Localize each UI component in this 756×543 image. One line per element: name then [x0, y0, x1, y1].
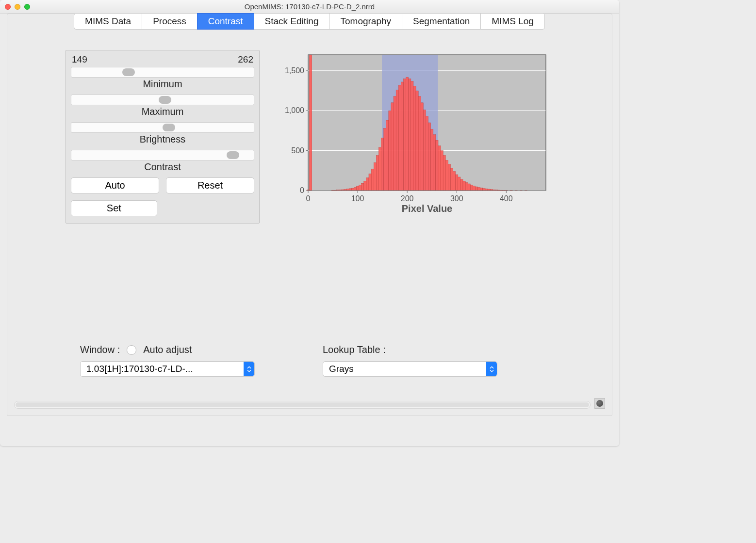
tab-segmentation[interactable]: Segmentation — [402, 13, 481, 30]
svg-rect-70 — [485, 189, 488, 191]
svg-rect-53 — [443, 156, 445, 191]
lookup-table-combo[interactable]: Grays — [323, 361, 497, 377]
svg-rect-17 — [354, 187, 356, 191]
svg-rect-43 — [418, 96, 421, 191]
maximum-slider[interactable] — [71, 95, 254, 105]
svg-rect-29 — [384, 128, 386, 191]
set-button[interactable]: Set — [71, 200, 157, 216]
svg-rect-15 — [349, 189, 351, 191]
svg-rect-34 — [396, 90, 398, 191]
svg-rect-52 — [441, 151, 443, 191]
svg-rect-26 — [376, 156, 378, 191]
lookup-table-value: Grays — [329, 364, 354, 374]
svg-rect-41 — [413, 86, 416, 191]
svg-text:1,500: 1,500 — [285, 66, 304, 75]
svg-text:200: 200 — [401, 194, 414, 203]
svg-rect-20 — [362, 183, 364, 191]
svg-rect-33 — [394, 96, 396, 191]
minimum-label: Minimum — [71, 79, 254, 90]
svg-rect-19 — [359, 185, 362, 191]
svg-rect-63 — [468, 184, 470, 191]
svg-rect-51 — [438, 146, 441, 191]
svg-text:500: 500 — [291, 146, 304, 155]
svg-rect-56 — [450, 168, 453, 191]
svg-rect-25 — [374, 162, 376, 191]
svg-rect-67 — [478, 187, 480, 191]
svg-rect-44 — [421, 103, 423, 191]
svg-rect-24 — [371, 169, 374, 191]
svg-rect-27 — [378, 147, 381, 191]
svg-rect-39 — [409, 79, 411, 191]
svg-rect-61 — [463, 181, 465, 191]
svg-text:400: 400 — [500, 194, 513, 203]
svg-rect-49 — [433, 135, 436, 191]
svg-rect-42 — [416, 91, 418, 191]
close-icon[interactable] — [5, 4, 11, 10]
svg-rect-18 — [356, 186, 359, 191]
svg-rect-66 — [475, 187, 477, 191]
svg-text:300: 300 — [450, 194, 463, 203]
svg-text:Pixel Value: Pixel Value — [402, 203, 453, 214]
svg-rect-37 — [403, 79, 406, 191]
svg-rect-23 — [369, 174, 371, 191]
svg-rect-32 — [391, 103, 394, 191]
svg-text:1,000: 1,000 — [285, 106, 304, 114]
brightness-slider[interactable] — [71, 122, 254, 133]
minimize-icon[interactable] — [15, 4, 20, 10]
svg-rect-45 — [423, 110, 426, 191]
horizontal-scrollbar[interactable] — [14, 401, 591, 409]
maximum-label: Maximum — [71, 106, 254, 117]
auto-adjust-radio[interactable] — [127, 345, 136, 355]
svg-rect-60 — [460, 179, 463, 191]
tab-stack-editing[interactable]: Stack Editing — [254, 13, 330, 30]
svg-rect-22 — [366, 178, 369, 191]
svg-rect-69 — [483, 189, 485, 191]
svg-rect-59 — [458, 177, 460, 191]
svg-rect-64 — [470, 185, 473, 191]
svg-text:0: 0 — [306, 194, 311, 203]
max-value-display: 262 — [238, 54, 253, 65]
lookup-table-label: Lookup Table : — [323, 344, 386, 355]
svg-text:0: 0 — [300, 186, 304, 194]
svg-rect-30 — [386, 120, 389, 191]
minimum-slider[interactable] — [71, 67, 254, 78]
tab-mims-log[interactable]: MIMS Log — [480, 13, 545, 30]
window-combo-value: 1.03[1H]:170130-c7-LD-... — [86, 364, 193, 374]
dropdown-icon — [244, 362, 254, 376]
auto-button[interactable]: Auto — [71, 177, 159, 193]
svg-rect-21 — [364, 181, 366, 191]
svg-rect-16 — [351, 188, 354, 191]
contrast-label: Contrast — [71, 161, 254, 173]
svg-rect-40 — [411, 81, 413, 191]
svg-rect-62 — [465, 183, 468, 191]
window-title: OpenMIMS: 170130-c7-LD-PC-D_2.nrrd — [5, 2, 614, 11]
titlebar: OpenMIMS: 170130-c7-LD-PC-D_2.nrrd — [0, 0, 619, 14]
svg-rect-58 — [456, 175, 458, 191]
resize-grip[interactable] — [594, 398, 605, 409]
zoom-icon[interactable] — [24, 4, 30, 10]
svg-rect-55 — [448, 164, 450, 191]
brightness-label: Brightness — [71, 134, 254, 145]
svg-rect-28 — [381, 138, 384, 191]
svg-rect-36 — [401, 82, 403, 191]
reset-button[interactable]: Reset — [166, 177, 254, 193]
window-combo[interactable]: 1.03[1H]:170130-c7-LD-... — [80, 361, 255, 377]
svg-rect-65 — [473, 186, 475, 191]
tab-tomography[interactable]: Tomography — [329, 13, 402, 30]
contrast-slider[interactable] — [71, 150, 254, 160]
svg-rect-47 — [428, 123, 430, 191]
tab-contrast[interactable]: Contrast — [197, 13, 254, 30]
svg-rect-57 — [453, 171, 456, 191]
auto-adjust-label: Auto adjust — [143, 344, 192, 355]
svg-rect-54 — [445, 160, 448, 191]
svg-rect-31 — [389, 111, 391, 191]
window-label: Window : — [80, 344, 120, 355]
svg-text:100: 100 — [351, 194, 364, 203]
min-value-display: 149 — [72, 54, 87, 65]
dropdown-icon — [486, 362, 497, 376]
tab-process[interactable]: Process — [142, 13, 197, 30]
tab-mims-data[interactable]: MIMS Data — [74, 13, 142, 30]
svg-rect-46 — [426, 116, 428, 191]
svg-rect-50 — [436, 140, 438, 191]
contrast-sliders-group: 149 262 Minimum Maximum Brightness — [66, 50, 260, 224]
